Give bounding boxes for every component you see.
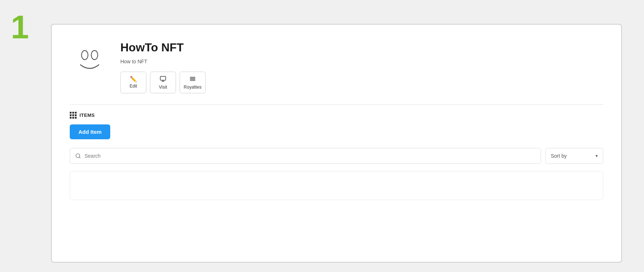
empty-content-area — [70, 171, 603, 200]
search-container — [70, 148, 541, 164]
avatar — [70, 39, 110, 79]
items-section-label: ITEMS — [80, 112, 95, 118]
step-number: 1 — [11, 11, 29, 43]
svg-point-0 — [82, 51, 88, 60]
action-buttons: ✏️ Edit Visit — [120, 72, 206, 93]
collection-title: HowTo NFT — [120, 41, 206, 54]
section-divider — [70, 104, 603, 105]
visit-button[interactable]: Visit — [150, 72, 176, 93]
grid-icon — [70, 112, 77, 119]
smiley-face-icon — [73, 43, 106, 75]
search-icon — [75, 153, 81, 159]
edit-button[interactable]: ✏️ Edit — [120, 72, 146, 93]
visit-button-label: Visit — [159, 85, 167, 90]
edit-button-label: Edit — [130, 84, 137, 89]
collection-subtitle: How to NFT — [120, 59, 206, 64]
svg-line-10 — [79, 157, 80, 158]
search-sort-row: Sort by ▾ — [70, 148, 603, 164]
add-item-button[interactable]: Add Item — [70, 124, 110, 139]
collection-info: HowTo NFT How to NFT ✏️ Edit — [120, 39, 206, 93]
royalties-button[interactable]: Royalties — [180, 72, 206, 93]
page-wrapper: 1 HowTo NFT How to NFT — [7, 7, 637, 272]
sort-label: Sort by — [551, 153, 593, 159]
chevron-down-icon: ▾ — [596, 153, 598, 158]
items-section-header: ITEMS — [70, 112, 603, 119]
svg-point-1 — [91, 51, 98, 60]
header-section: HowTo NFT How to NFT ✏️ Edit — [70, 39, 603, 93]
svg-rect-2 — [160, 76, 166, 80]
visit-icon — [160, 76, 166, 83]
royalties-button-label: Royalties — [184, 85, 201, 90]
sort-dropdown[interactable]: Sort by ▾ — [545, 148, 603, 164]
search-input[interactable] — [85, 153, 536, 159]
royalties-icon — [189, 76, 196, 83]
edit-icon: ✏️ — [130, 76, 137, 82]
main-card: HowTo NFT How to NFT ✏️ Edit — [51, 24, 622, 263]
